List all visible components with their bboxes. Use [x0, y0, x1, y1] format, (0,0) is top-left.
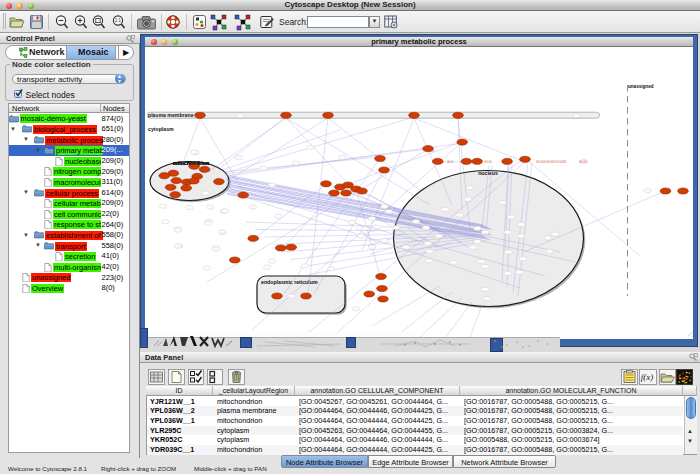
svg-text:....: .... [383, 205, 386, 208]
svg-text:....: .... [177, 245, 180, 248]
svg-text:....: .... [554, 233, 557, 236]
svg-text:GO:044 GO:005 GO:0034: GO:044 GO:005 GO:0034 [536, 160, 567, 164]
svg-text:....: .... [215, 248, 218, 251]
svg-text:....: .... [484, 231, 487, 234]
svg-text:....: .... [271, 260, 274, 263]
svg-text:....: .... [415, 220, 418, 223]
svg-text:....: .... [427, 243, 430, 246]
svg-text:....: .... [277, 215, 280, 218]
svg-text:....: .... [395, 226, 398, 229]
svg-text:....: .... [476, 241, 479, 244]
svg-text:....: .... [428, 260, 431, 263]
svg-text:....: .... [405, 246, 408, 249]
svg-text:....: .... [468, 187, 471, 190]
svg-text:....: .... [484, 265, 487, 268]
svg-text:....: .... [480, 260, 483, 263]
svg-text:....: .... [290, 295, 293, 298]
svg-text:....: .... [164, 221, 167, 224]
svg-text:....: .... [425, 227, 428, 230]
svg-text:....: .... [518, 271, 521, 274]
svg-text:....: .... [188, 206, 191, 209]
svg-text:....: .... [507, 251, 510, 254]
svg-text:....: .... [162, 205, 165, 208]
svg-text:cytoplasm: cytoplasm [148, 126, 174, 132]
svg-text:...: ... [513, 155, 515, 158]
svg-text:....: .... [204, 192, 207, 195]
svg-text:....: .... [364, 227, 367, 230]
svg-text:unassigned: unassigned [628, 84, 654, 89]
svg-text:....: .... [520, 235, 523, 238]
svg-text:....: .... [458, 214, 461, 217]
svg-text:....: .... [507, 231, 510, 234]
svg-text:....: .... [388, 210, 391, 213]
svg-text:....: .... [207, 222, 210, 225]
svg-text:....: .... [548, 250, 551, 253]
svg-text:....: .... [484, 288, 487, 291]
svg-text:....: .... [520, 224, 523, 227]
svg-text:....: .... [224, 210, 227, 213]
svg-text:....: .... [295, 162, 298, 165]
svg-text:....: .... [510, 216, 513, 219]
svg-text:....: .... [221, 231, 224, 234]
svg-text:....: .... [237, 157, 240, 160]
svg-text:....: .... [239, 114, 242, 117]
svg-text:....: .... [371, 217, 374, 220]
svg-text:....: .... [251, 206, 254, 209]
svg-text:....: .... [360, 235, 363, 238]
svg-text:....: .... [266, 266, 269, 269]
svg-text:....: .... [341, 156, 344, 159]
svg-text:GO:04: GO:04 [484, 160, 492, 164]
svg-text:....: .... [546, 237, 549, 240]
svg-text:....: .... [507, 272, 510, 275]
svg-text:mitochondrion: mitochondrion [173, 160, 209, 166]
svg-text:....: .... [522, 258, 525, 261]
svg-text:....: .... [646, 189, 649, 192]
svg-text:....: .... [205, 267, 208, 270]
svg-text:....: .... [429, 250, 432, 253]
svg-text:....: .... [355, 308, 358, 311]
svg-text:....: .... [330, 268, 333, 271]
svg-text:....: .... [444, 208, 447, 211]
svg-text:....: .... [262, 167, 265, 170]
svg-text:....: .... [304, 265, 307, 268]
svg-text:....: .... [486, 298, 489, 301]
svg-text:....: .... [476, 227, 479, 230]
svg-text:plasma membrane: plasma membrane [148, 112, 194, 118]
svg-text:....: .... [309, 146, 312, 149]
svg-text:....: .... [177, 229, 180, 232]
svg-text:....: .... [472, 246, 475, 249]
svg-text:....: .... [209, 206, 212, 209]
svg-text:....: .... [576, 114, 579, 117]
svg-text:....: .... [376, 226, 379, 229]
svg-text:GO: GO [430, 149, 434, 153]
svg-text:GO:0: GO:0 [447, 160, 454, 164]
svg-text:....: .... [467, 198, 470, 201]
svg-text:....: .... [271, 184, 274, 187]
svg-text:f(x): f(x) [641, 372, 654, 382]
svg-text:....: .... [453, 262, 456, 265]
svg-text:....: .... [501, 202, 504, 205]
svg-text:....: .... [193, 151, 196, 154]
svg-text:....: .... [371, 246, 374, 249]
svg-text:GO:05: GO:05 [579, 160, 587, 164]
svg-text:....: .... [383, 239, 386, 242]
svg-text:....: .... [351, 221, 354, 224]
svg-text:....: .... [437, 235, 440, 238]
